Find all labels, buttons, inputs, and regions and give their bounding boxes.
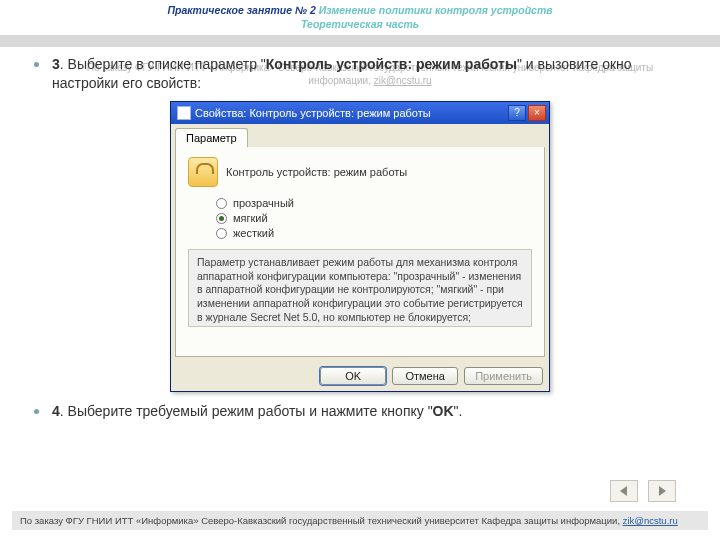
radio-hard[interactable]: жесткий xyxy=(216,227,532,239)
cancel-button[interactable]: Отмена xyxy=(392,367,458,385)
dialog-title: Свойства: Контроль устройств: режим рабо… xyxy=(195,107,506,119)
apply-button[interactable]: Применить xyxy=(464,367,543,385)
close-button[interactable]: × xyxy=(528,105,546,121)
dialog-icon xyxy=(177,106,191,120)
parameter-description: Параметр устанавливает режим работы для … xyxy=(188,249,532,327)
footer-email-link[interactable]: zik@ncstu.ru xyxy=(623,515,678,526)
slide-header: Практическое занятие № 2 Изменение полит… xyxy=(0,0,720,33)
step-3: 3. Выберите в списке параметр "Контроль … xyxy=(34,55,686,93)
svg-marker-0 xyxy=(620,486,627,496)
properties-dialog: Свойства: Контроль устройств: режим рабо… xyxy=(170,101,550,392)
shield-icon xyxy=(188,157,218,187)
step-4: 4. Выберите требуемый режим работы и наж… xyxy=(34,402,686,421)
dialog-button-row: OK Отмена Применить xyxy=(171,361,549,391)
help-button[interactable]: ? xyxy=(508,105,526,121)
dialog-titlebar[interactable]: Свойства: Контроль устройств: режим рабо… xyxy=(171,102,549,124)
radio-icon xyxy=(216,213,227,224)
header-title: Изменение политики контроля устройств xyxy=(319,4,553,16)
nav-arrows xyxy=(610,480,676,502)
tab-strip: Параметр xyxy=(171,124,549,147)
radio-group: прозрачный мягкий жесткий xyxy=(216,197,532,239)
footer-text: По заказу ФГУ ГНИИ ИТТ «Информика» Север… xyxy=(20,515,620,526)
radio-transparent[interactable]: прозрачный xyxy=(216,197,532,209)
parameter-name: Контроль устройств: режим работы xyxy=(226,166,407,178)
radio-soft[interactable]: мягкий xyxy=(216,212,532,224)
footer-bar: По заказу ФГУ ГНИИ ИТТ «Информика» Север… xyxy=(12,511,708,530)
svg-marker-1 xyxy=(659,486,666,496)
header-subtitle: Теоретическая часть xyxy=(0,18,720,32)
chevron-right-icon xyxy=(655,485,669,497)
dialog-panel: Контроль устройств: режим работы прозрач… xyxy=(175,147,545,357)
radio-icon xyxy=(216,228,227,239)
prev-button[interactable] xyxy=(610,480,638,502)
chevron-left-icon xyxy=(617,485,631,497)
radio-icon xyxy=(216,198,227,209)
ok-button[interactable]: OK xyxy=(320,367,386,385)
header-prefix: Практическое занятие № 2 xyxy=(167,4,315,16)
tab-parameter[interactable]: Параметр xyxy=(175,128,248,147)
next-button[interactable] xyxy=(648,480,676,502)
top-gray-bar xyxy=(0,35,720,47)
